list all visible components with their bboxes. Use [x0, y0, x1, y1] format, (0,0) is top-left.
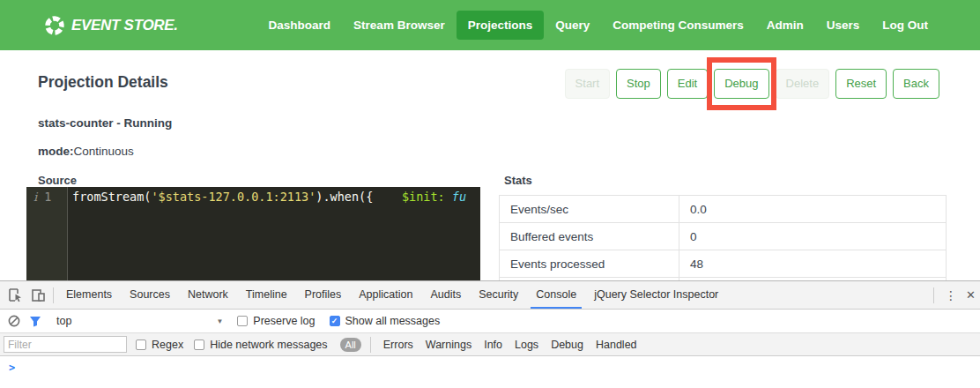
code-token-keyword: fu — [445, 190, 466, 204]
execution-context-selector[interactable]: top ▼ — [56, 315, 223, 327]
tab-audits[interactable]: Audits — [421, 281, 470, 309]
back-button[interactable]: Back — [893, 69, 939, 99]
devtools-panel: Elements Sources Network Timeline Profil… — [0, 280, 980, 388]
line-number: 1 — [44, 189, 51, 280]
debug-button[interactable]: Debug — [714, 69, 768, 99]
console-toolbar: top ▼ Preserve log ✓ Show all messages — [0, 310, 980, 332]
stat-label: Events processed — [500, 250, 679, 278]
brand-name: EVENT STORE. — [71, 17, 178, 34]
filter-input[interactable] — [4, 336, 127, 353]
devtools-menu-icon[interactable]: ⋮ — [938, 288, 964, 302]
context-value: top — [56, 315, 71, 327]
nav-item-competing-consumers[interactable]: Competing Consumers — [601, 11, 755, 40]
projection-action-buttons: Start Stop Edit Debug Delete Reset Back — [565, 69, 939, 99]
level-filter-debug[interactable]: Debug — [551, 339, 583, 351]
filter-divider — [370, 337, 371, 353]
stat-label: Buffered events — [500, 223, 679, 250]
preserve-log-toggle[interactable]: Preserve log — [237, 315, 315, 327]
nav-item-dashboard[interactable]: Dashboard — [257, 11, 343, 40]
stats-section-label: Stats — [504, 174, 532, 187]
tab-profiles[interactable]: Profiles — [296, 281, 351, 309]
table-row: Events/sec 0.0 — [500, 196, 947, 223]
toolbar-divider — [53, 287, 54, 303]
show-all-messages-toggle[interactable]: ✓ Show all messages — [330, 315, 441, 327]
level-filter-info[interactable]: Info — [484, 339, 502, 351]
nav-item-projections[interactable]: Projections — [457, 11, 545, 40]
devtools-close-icon[interactable]: ✕ — [964, 288, 980, 302]
projection-status: stats-counter - Running — [38, 116, 172, 130]
clear-console-icon[interactable] — [4, 310, 25, 332]
stat-value: 0 — [679, 223, 947, 250]
stat-value: 0.0 — [679, 196, 947, 223]
stats-table-wrap: Events/sec 0.0 Buffered events 0 Events … — [499, 195, 947, 280]
event-store-admin-screen: EVENT STORE. Dashboard Stream Browser Pr… — [0, 0, 980, 388]
show-all-messages-checkbox[interactable]: ✓ — [330, 316, 340, 326]
source-code-editor[interactable]: i 1 fromStream('$stats-127.0.0.1:2113').… — [26, 187, 480, 280]
tab-security[interactable]: Security — [470, 281, 527, 309]
nav-item-users[interactable]: Users — [815, 11, 872, 40]
editor-code-line[interactable]: fromStream('$stats-127.0.0.1:2113').when… — [67, 187, 466, 280]
device-toolbar-icon[interactable] — [26, 285, 49, 306]
top-navbar: EVENT STORE. Dashboard Stream Browser Pr… — [0, 0, 980, 50]
page-title: Projection Details — [38, 73, 168, 92]
hide-network-checkbox[interactable] — [194, 340, 204, 350]
level-filter-all[interactable]: All — [340, 338, 361, 352]
nav-item-query[interactable]: Query — [544, 11, 601, 40]
regex-toggle[interactable]: Regex — [136, 339, 183, 351]
filter-icon[interactable] — [25, 310, 46, 332]
edit-button[interactable]: Edit — [667, 69, 708, 99]
preserve-log-label: Preserve log — [253, 315, 315, 327]
stat-value: 48 — [679, 250, 947, 278]
nav-item-stream-browser[interactable]: Stream Browser — [342, 11, 457, 40]
regex-checkbox[interactable] — [136, 340, 146, 350]
mode-value: Continuous — [74, 145, 134, 158]
level-filter-handled[interactable]: Handled — [596, 339, 637, 351]
level-filter-warnings[interactable]: Warnings — [426, 339, 471, 351]
hide-network-label: Hide network messages — [210, 339, 327, 351]
hide-network-toggle[interactable]: Hide network messages — [194, 339, 327, 351]
stats-table: Events/sec 0.0 Buffered events 0 Events … — [499, 195, 947, 280]
chevron-down-icon: ▼ — [216, 317, 223, 325]
table-row: Events processed 48 — [500, 250, 947, 278]
console-prompt-icon[interactable]: > — [9, 362, 15, 374]
code-token-function: fromStream( — [72, 190, 151, 204]
start-button[interactable]: Start — [565, 69, 610, 99]
level-filter-logs[interactable]: Logs — [515, 339, 538, 351]
code-token-mid: ).when({ — [316, 190, 402, 204]
event-store-logo-icon — [44, 15, 65, 36]
editor-gutter: i 1 — [26, 187, 67, 280]
table-row: Buffered events 0 — [500, 223, 947, 250]
level-filter-errors[interactable]: Errors — [383, 339, 413, 351]
show-all-messages-label: Show all messages — [345, 315, 441, 327]
console-filter-bar: Regex Hide network messages All Errors W… — [0, 332, 980, 356]
tab-application[interactable]: Application — [350, 281, 421, 309]
code-token-property: $init: — [402, 190, 445, 204]
reset-button[interactable]: Reset — [835, 69, 887, 99]
code-token-string: '$stats-127.0.0.1:2113' — [151, 190, 316, 204]
nav-item-admin[interactable]: Admin — [755, 11, 815, 40]
tab-jquery-selector-inspector[interactable]: jQuery Selector Inspector — [585, 281, 727, 309]
tab-sources[interactable]: Sources — [121, 281, 179, 309]
nav-item-log-out[interactable]: Log Out — [871, 11, 939, 40]
tab-elements[interactable]: Elements — [57, 281, 121, 309]
tab-network[interactable]: Network — [179, 281, 237, 309]
inspect-element-icon[interactable] — [4, 285, 26, 306]
brand[interactable]: EVENT STORE. — [44, 15, 178, 36]
preserve-log-checkbox[interactable] — [237, 316, 248, 326]
main-nav: Dashboard Stream Browser Projections Que… — [257, 11, 939, 40]
regex-label: Regex — [152, 339, 183, 351]
console-output-area[interactable]: > — [0, 356, 980, 388]
annotation-info-icon: i — [33, 189, 37, 280]
tab-console[interactable]: Console — [527, 281, 585, 309]
stop-button[interactable]: Stop — [616, 69, 661, 99]
devtools-tabbar: Elements Sources Network Timeline Profil… — [0, 281, 980, 310]
mode-label: mode: — [38, 145, 74, 158]
tab-timeline[interactable]: Timeline — [237, 281, 296, 309]
source-section-label: Source — [38, 174, 77, 187]
delete-button[interactable]: Delete — [776, 69, 830, 99]
projection-mode: mode:Continuous — [38, 145, 134, 158]
toolbar-divider — [933, 287, 934, 303]
stat-label: Events/sec — [500, 196, 679, 223]
projection-details-page: Projection Details Start Stop Edit Debug… — [0, 50, 980, 280]
